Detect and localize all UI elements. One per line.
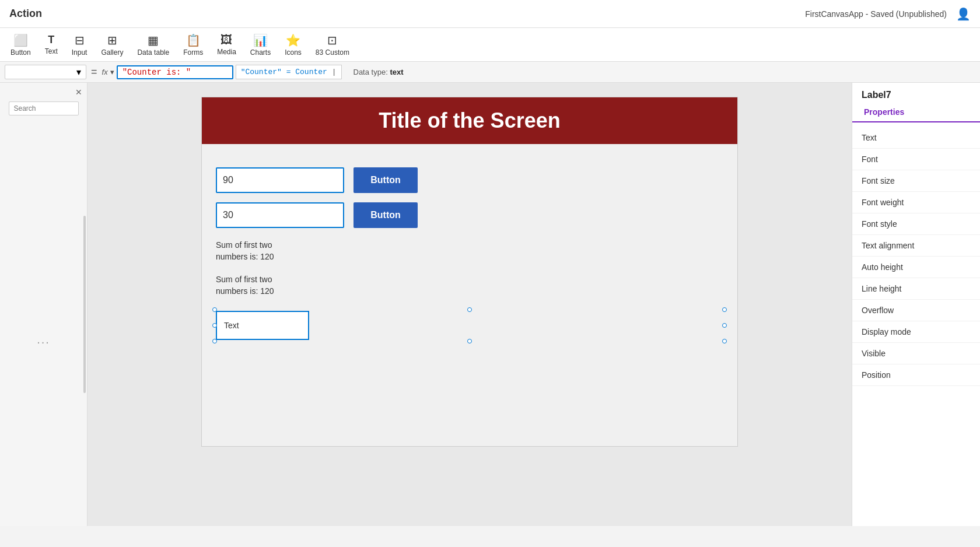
property-text-alignment[interactable]: Text alignment xyxy=(852,235,980,257)
selection-handles xyxy=(212,307,727,343)
property-font-style[interactable]: Font style xyxy=(852,213,980,235)
input-icon: ⊟ xyxy=(75,33,85,47)
screen-title: Title of the Screen xyxy=(379,108,560,133)
property-position[interactable]: Position xyxy=(852,364,980,386)
formula-area: fx ▾ "Counter is: " "Counter" = Counter … xyxy=(102,65,404,79)
property-font-weight[interactable]: Font weight xyxy=(852,192,980,213)
input-row-2: Button xyxy=(216,202,723,228)
custom-icon: ⊡ xyxy=(327,33,337,47)
ribbon-charts-label: Charts xyxy=(250,48,271,57)
fx-label: fx xyxy=(102,68,108,76)
secondary-bar: ▾ = fx ▾ "Counter is: " "Counter" = Coun… xyxy=(0,62,980,83)
app-name: FirstCanvasApp - Saved (Unpublished) xyxy=(805,9,947,19)
ribbon-gallery-label: Gallery xyxy=(101,48,123,57)
property-font-size[interactable]: Font size xyxy=(852,170,980,192)
ribbon-custom[interactable]: ⊡ 83 Custom xyxy=(310,30,355,59)
text-icon: T xyxy=(48,34,54,46)
property-auto-height[interactable]: Auto height xyxy=(852,257,980,278)
handle-top-right[interactable] xyxy=(722,307,727,312)
ribbon-datatable[interactable]: ▦ Data table xyxy=(131,30,175,59)
datatable-icon: ▦ xyxy=(148,33,159,47)
button-2[interactable]: Button xyxy=(354,202,418,228)
property-dropdown-value xyxy=(10,68,74,76)
icons-icon: ⭐ xyxy=(286,33,300,47)
sum-label-1: Sum of first two numbers is: 120 xyxy=(216,240,723,262)
close-button[interactable]: ✕ xyxy=(75,87,82,97)
more-items-indicator: ··· xyxy=(37,335,50,349)
ribbon-forms[interactable]: 📋 Forms xyxy=(177,30,209,59)
ribbon-icons[interactable]: ⭐ Icons xyxy=(279,30,307,59)
ribbon: ⬜ Button T Text ⊟ Input ⊞ Gallery ▦ Data… xyxy=(0,28,980,62)
handle-bottom-middle[interactable] xyxy=(467,339,472,343)
ribbon-datatable-label: Data table xyxy=(137,48,169,57)
autocomplete-text: "Counter" = Counter xyxy=(241,68,327,76)
selected-text-element-wrapper[interactable]: Text xyxy=(216,311,723,340)
equals-icon: = xyxy=(91,66,97,78)
right-panel-tabs: Properties xyxy=(852,103,980,122)
property-list: Text Font Font size Font weight Font sty… xyxy=(852,122,980,391)
screen-title-banner: Title of the Screen xyxy=(202,97,737,144)
ribbon-text-label: Text xyxy=(45,47,58,55)
formula-autocomplete: "Counter" = Counter | xyxy=(236,65,342,79)
property-line-height[interactable]: Line height xyxy=(852,278,980,300)
ribbon-input[interactable]: ⊟ Input xyxy=(66,30,93,59)
input-2[interactable] xyxy=(216,202,344,228)
property-overflow[interactable]: Overflow xyxy=(852,300,980,321)
title-bar: Action FirstCanvasApp - Saved (Unpublish… xyxy=(0,0,980,28)
left-panel: ✕ ··· xyxy=(0,83,88,526)
tab-properties[interactable]: Properties xyxy=(857,103,911,122)
action-label: Action xyxy=(9,8,42,20)
property-font[interactable]: Font xyxy=(852,149,980,170)
ribbon-custom-label: 83 Custom xyxy=(316,48,349,57)
formula-input[interactable]: "Counter is: " xyxy=(117,65,233,79)
chevron-down-icon: ▾ xyxy=(76,66,81,78)
button-icon: ⬜ xyxy=(13,33,28,47)
fx-chevron-icon: ▾ xyxy=(110,68,114,76)
forms-icon: 📋 xyxy=(186,33,201,47)
property-display-mode[interactable]: Display mode xyxy=(852,321,980,343)
handle-top-middle[interactable] xyxy=(467,307,472,312)
handle-bottom-left[interactable] xyxy=(212,339,217,343)
search-input[interactable] xyxy=(9,101,79,115)
handle-middle-right[interactable] xyxy=(722,323,727,328)
ribbon-button-label: Button xyxy=(10,48,31,57)
property-visible[interactable]: Visible xyxy=(852,343,980,364)
handle-middle-left[interactable] xyxy=(212,323,217,328)
property-text[interactable]: Text xyxy=(852,127,980,149)
right-panel-title: Label7 xyxy=(852,83,980,103)
ribbon-media[interactable]: 🖼 Media xyxy=(211,30,242,59)
ribbon-input-label: Input xyxy=(72,48,88,57)
ribbon-charts[interactable]: 📊 Charts xyxy=(244,30,276,59)
button-1[interactable]: Button xyxy=(354,167,418,193)
ribbon-icons-label: Icons xyxy=(285,48,302,57)
media-icon: 🖼 xyxy=(220,33,232,47)
canvas-frame: Title of the Screen Button Button Sum of… xyxy=(201,97,738,447)
ribbon-text[interactable]: T Text xyxy=(39,30,64,59)
charts-icon: 📊 xyxy=(253,33,268,47)
main-layout: ✕ ··· Title of the Screen Button Butt xyxy=(0,83,980,526)
gallery-icon: ⊞ xyxy=(107,33,117,47)
user-icon[interactable]: 👤 xyxy=(956,7,971,21)
input-1[interactable] xyxy=(216,167,344,193)
canvas-content: Button Button Sum of first two numbers i… xyxy=(202,144,737,354)
title-bar-right: FirstCanvasApp - Saved (Unpublished) 👤 xyxy=(805,7,971,21)
canvas-area: Title of the Screen Button Button Sum of… xyxy=(88,83,852,526)
scrollbar[interactable] xyxy=(83,216,86,393)
handle-top-left[interactable] xyxy=(212,307,217,312)
cursor-icon: | xyxy=(332,68,337,76)
ribbon-button[interactable]: ⬜ Button xyxy=(5,30,37,59)
right-panel: Label7 Properties Text Font Font size Fo… xyxy=(852,83,980,526)
ribbon-gallery[interactable]: ⊞ Gallery xyxy=(95,30,129,59)
property-dropdown[interactable]: ▾ xyxy=(5,65,86,79)
sum-label-2: Sum of first two numbers is: 120 xyxy=(216,274,723,297)
data-type-label: Data type: text xyxy=(354,68,404,76)
input-row-1: Button xyxy=(216,167,723,193)
handle-bottom-right[interactable] xyxy=(722,339,727,343)
ribbon-media-label: Media xyxy=(217,48,236,56)
ribbon-forms-label: Forms xyxy=(183,48,203,57)
data-type-value: text xyxy=(390,68,403,76)
